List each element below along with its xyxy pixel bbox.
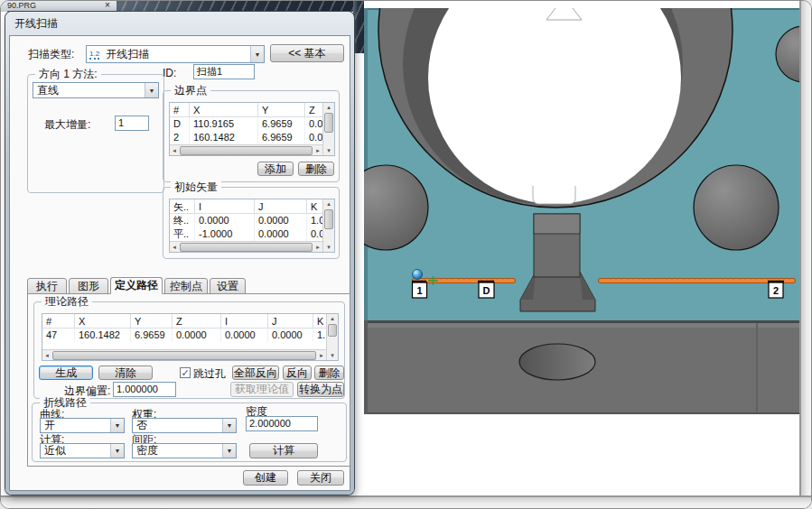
scroll-right-icon[interactable]: ▸: [313, 146, 322, 155]
clear-button[interactable]: 清除: [98, 366, 153, 380]
scroll-left-icon[interactable]: ◂: [170, 243, 179, 252]
scroll-down-icon[interactable]: ▾: [323, 146, 334, 155]
table-row[interactable]: D 110.9165 6.9659 0.0000: [170, 117, 334, 131]
scroll-right-icon[interactable]: ▸: [313, 243, 322, 252]
vertical-scrollbar[interactable]: ▴ ▾: [326, 314, 338, 360]
col-header: #: [170, 103, 190, 116]
initial-vector-legend: 初始矢量: [171, 180, 221, 194]
svg-text:1: 1: [416, 285, 422, 296]
col-header: 矢..: [170, 199, 195, 213]
generate-button[interactable]: 生成: [39, 366, 93, 380]
spacing-value: 密度: [133, 443, 222, 458]
scroll-down-icon[interactable]: ▾: [327, 351, 338, 360]
table-row[interactable]: 终.. 0.0000 0.0000 1.0000: [170, 214, 334, 227]
scroll-thumb[interactable]: [328, 324, 337, 337]
open-line-scan-dialog: 开线扫描 扫描类型: 1.2 开线扫描 ▼ << 基本 ID: 扫描1 方向 1…: [5, 12, 354, 495]
compute-method-select[interactable]: 近似 ▼: [40, 443, 125, 458]
col-header: I: [221, 314, 268, 328]
marker-start: 1: [412, 282, 427, 298]
theoretical-path-table: # X Y Z I J K 47 160.1482 6.9659 0: [42, 313, 339, 361]
skip-holes-label: 跳过孔: [193, 367, 226, 380]
chevron-down-icon: ▼: [110, 444, 124, 458]
close-icon[interactable]: ×: [105, 0, 110, 11]
convert-to-points-button[interactable]: 转换为点: [297, 382, 344, 397]
weight-select[interactable]: 否 ▼: [132, 418, 237, 433]
horizontal-scrollbar[interactable]: ◂ ▸: [170, 241, 322, 252]
chevron-down-icon: ▼: [222, 444, 236, 458]
col-header: Y: [258, 103, 305, 116]
reverse-all-button[interactable]: 全部反向: [232, 366, 279, 380]
scan-type-label: 扫描类型:: [28, 48, 74, 60]
add-point-button[interactable]: 添加: [257, 162, 294, 176]
spacing-select[interactable]: 密度 ▼: [132, 443, 237, 458]
chevron-down-icon: ▼: [250, 46, 264, 62]
col-header: J: [255, 199, 307, 213]
scroll-right-icon[interactable]: ▸: [317, 351, 326, 360]
scroll-left-icon[interactable]: ◂: [42, 351, 51, 360]
scroll-thumb[interactable]: [180, 146, 313, 155]
id-input[interactable]: 扫描1: [193, 64, 255, 79]
app-background: [353, 1, 364, 53]
tab-settings[interactable]: 设置: [210, 278, 246, 294]
max-increment-input[interactable]: 1: [115, 116, 149, 131]
scan-type-select[interactable]: 1.2 开线扫描 ▼: [86, 45, 265, 63]
scroll-up-icon[interactable]: ▴: [327, 314, 338, 323]
scroll-left-icon[interactable]: ◂: [170, 146, 179, 155]
cad-3d-viewport[interactable]: 1 D 2: [364, 8, 799, 495]
initial-vector-group: 初始矢量 矢.. I J K 终.. 0.0000 0.0000 1.0000: [163, 187, 340, 259]
curve-select[interactable]: 开 ▼: [40, 418, 125, 433]
boundary-points-table: # X Y Z D 110.9165 6.9659 0.0000 2 160.1…: [169, 102, 335, 156]
scroll-up-icon[interactable]: ▴: [323, 103, 334, 112]
probe-ball: [413, 270, 423, 280]
scroll-thumb[interactable]: [180, 243, 313, 252]
svg-text:D: D: [483, 285, 490, 296]
tab-control-points[interactable]: 控制点: [164, 278, 208, 294]
scroll-down-icon[interactable]: ▾: [323, 243, 334, 252]
horizontal-scrollbar[interactable]: ◂ ▸: [42, 349, 326, 360]
program-tab[interactable]: 90.PRG: [7, 1, 36, 12]
table-row[interactable]: 2 160.1482 6.9659 0.0000: [170, 131, 334, 144]
window-right-edge: [799, 1, 812, 509]
horizontal-scrollbar[interactable]: ◂ ▸: [170, 144, 322, 155]
tab-execute[interactable]: 执行: [27, 278, 67, 294]
get-theoretical-button: 获取理论值: [230, 382, 294, 397]
part-front-face: [364, 320, 799, 414]
reverse-button[interactable]: 反向: [283, 366, 312, 380]
initial-vector-table: 矢.. I J K 终.. 0.0000 0.0000 1.0000 平.. -…: [169, 199, 335, 253]
scroll-thumb[interactable]: [324, 209, 333, 229]
window-bottom-edge: [1, 495, 812, 509]
table-row[interactable]: 平.. -1.0000 0.0000 0.0000: [170, 227, 334, 241]
vertical-scrollbar[interactable]: ▴ ▾: [322, 103, 334, 155]
boundary-offset-input[interactable]: 1.000000: [113, 382, 176, 397]
scroll-up-icon[interactable]: ▴: [323, 199, 334, 208]
boundary-offset-label: 边界偏置:: [64, 384, 110, 397]
scroll-thumb[interactable]: [324, 113, 333, 133]
delete-point-button[interactable]: 删除: [298, 162, 334, 176]
tab-graphics[interactable]: 图形: [69, 278, 108, 294]
tab-define-path[interactable]: 定义路径: [110, 277, 163, 294]
table-header: 矢.. I J K: [170, 199, 334, 214]
polyline-path-group: 折线路径 曲线: 开 ▼ 权重: 否 ▼ 密度 2.000000 计算:: [32, 403, 347, 462]
direction1-method-value: 直线: [33, 83, 145, 98]
basic-toggle-button[interactable]: << 基本: [270, 44, 344, 62]
direction1-method-select[interactable]: 直线 ▼: [33, 82, 159, 98]
compute-button[interactable]: 计算: [249, 443, 318, 458]
density-input[interactable]: 2.000000: [246, 416, 318, 431]
table-header: # X Y Z: [170, 103, 334, 117]
close-button[interactable]: 关闭: [297, 470, 344, 486]
direction1-legend: 方向 1 方法:: [35, 68, 101, 81]
svg-text:2: 2: [773, 285, 779, 296]
vertical-scrollbar[interactable]: ▴ ▾: [322, 199, 334, 252]
delete-button[interactable]: 删除: [314, 366, 344, 380]
table-row[interactable]: 47 160.1482 6.9659 0.0000 0.0000 0.0000 …: [42, 329, 338, 342]
curve-value: 开: [41, 418, 110, 433]
chevron-down-icon: ▼: [222, 419, 236, 432]
right-boss-circle: [694, 165, 779, 250]
define-path-tab-panel: 理论路径 # X Y Z I J K 47 16: [27, 293, 350, 467]
application-window: 1 D 2 90.PRG × 开线扫描: [0, 0, 812, 509]
scroll-thumb[interactable]: [52, 351, 316, 360]
app-background: [117, 1, 364, 12]
create-button[interactable]: 创建: [243, 470, 288, 486]
skip-holes-checkbox[interactable]: ✓: [180, 367, 191, 378]
theoretical-path-legend: 理论路径: [42, 295, 92, 309]
